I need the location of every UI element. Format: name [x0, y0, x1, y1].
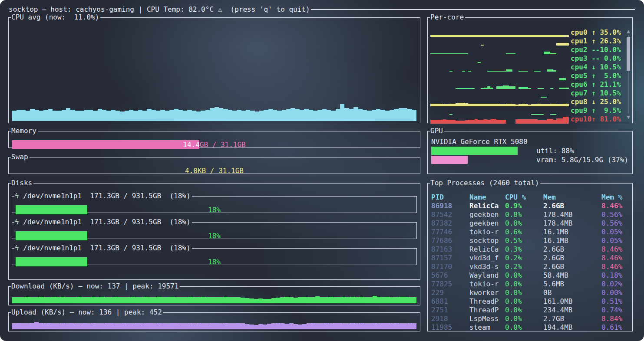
core-sparkline — [430, 115, 569, 124]
panel-download: Download (KB/s) — now: 137 | peak: 19571 — [8, 283, 420, 305]
process-mem: 58.4MB — [543, 271, 601, 280]
process-row[interactable]: 2918 LspMess 0.0% 2.7GB 8.84% — [431, 315, 630, 323]
process-mem-percent: 0.56% — [601, 210, 630, 219]
process-mem: 161.0MB — [543, 297, 601, 306]
process-mem: 194.4MB — [543, 323, 601, 332]
process-row[interactable]: 6881 ThreadP 0.0% 161.0MB 0.51% — [431, 297, 630, 306]
gpu-vram-gauge — [431, 156, 529, 164]
process-name: geekben — [469, 219, 505, 228]
disk-gauge: 18% — [16, 231, 413, 240]
memory-total: GB / 31.1GB — [200, 141, 246, 149]
process-cpu: 0.0% — [505, 289, 543, 297]
col-mem: Mem — [543, 193, 601, 202]
core-value: 0.0% — [600, 54, 621, 63]
col-name: Name — [469, 193, 505, 202]
process-table: PID Name CPU % Mem Mem % 86918 RelicCa 0… — [431, 193, 630, 332]
core-sparkline — [430, 89, 569, 98]
disks-title: Disks — [11, 180, 33, 186]
core-label: cpu6↑21.1% — [571, 80, 622, 89]
process-cpu: 0.6% — [505, 228, 543, 236]
disk-percent-label: 18% — [16, 205, 413, 214]
disk-title: /dev/nvme1n1p1 171.3GB / 931.5GB (18%) — [19, 192, 191, 200]
core-rows: cpu0↑35.0% cpu1↑26.3% cpu2--10.0% cpu3--… — [430, 28, 622, 120]
scroll-down-icon[interactable]: ▼ — [626, 114, 631, 120]
core-row: cpu3--0.0% — [430, 54, 622, 63]
core-sparkline — [430, 80, 569, 89]
flash-icon: ϟ — [15, 244, 19, 252]
core-row: cpu0↑35.0% — [430, 28, 622, 37]
process-mem: 5.6MB — [543, 280, 601, 289]
process-cpu: 0.8% — [505, 219, 543, 228]
process-pid: 87382 — [431, 219, 469, 228]
core-sparkline — [430, 72, 569, 80]
core-row: cpu9↑9.5% — [430, 106, 622, 115]
core-name: cpu0 — [571, 28, 591, 37]
scroll-track[interactable] — [628, 35, 629, 113]
process-mem: 16.1MB — [543, 236, 601, 245]
process-pid: 2751 — [431, 306, 469, 315]
process-table-header: PID Name CPU % Mem Mem % — [431, 193, 630, 202]
process-row[interactable]: 87157 vkd3d_f 0.2% 2.6GB 8.46% — [431, 254, 630, 262]
process-row[interactable]: 77825 tokio-r 0.0% 5.6MB 0.02% — [431, 280, 630, 289]
core-trend-icon: ↑ — [591, 28, 600, 37]
process-mem-percent: 0.18% — [601, 271, 630, 280]
process-cpu: 0.0% — [505, 323, 543, 332]
process-mem-percent: 0.56% — [601, 219, 630, 228]
process-pid: 87542 — [431, 210, 469, 219]
process-mem: 2.6GB — [543, 254, 601, 262]
panel-gpu: GPU NVIDIA GeForce RTX 5080 util: 88% vr… — [427, 128, 633, 174]
panel-processes: Top Processes (2460 total) PID Name CPU … — [427, 180, 633, 331]
process-cpu: 0.0% — [505, 315, 543, 323]
core-value: 9.5% — [600, 106, 621, 115]
upload-sparkline — [12, 322, 416, 329]
process-row[interactable]: 87163 RelicCa 0.3% 2.6GB 8.46% — [431, 245, 630, 254]
panel-per-core: Per-core cpu0↑35.0% cpu1↑26.3% cpu2--10.… — [427, 14, 633, 123]
core-sparkline — [430, 54, 569, 63]
core-trend-icon: ↑ — [591, 115, 600, 124]
panel-disks: Disks ϟ /dev/nvme1n1p1 171.3GB / 931.5GB… — [8, 180, 420, 280]
core-trend-icon: ↑ — [591, 80, 600, 89]
process-row[interactable]: 87382 geekben 0.8% 178.4MB 0.56% — [431, 219, 630, 228]
process-row[interactable]: 77746 tokio-r 0.6% 16.1MB 0.05% — [431, 228, 630, 236]
download-sparkline — [12, 296, 416, 303]
gpu-util-gauge — [431, 147, 529, 155]
col-memp: Mem % — [601, 193, 630, 202]
process-cpu: 0.0% — [505, 271, 543, 280]
swap-label: 4.0KB / 31.1GB — [12, 166, 416, 175]
process-row[interactable]: 87170 vkd3d-s 0.2% 2.6GB 8.46% — [431, 262, 630, 271]
core-trend-icon: ↑ — [591, 89, 600, 98]
core-name: cpu3 — [571, 54, 591, 63]
scroll-thumb[interactable] — [627, 37, 630, 71]
scroll-up-icon[interactable]: ▲ — [626, 28, 631, 34]
process-row[interactable]: 87542 geekben 0.8% 178.4MB 0.56% — [431, 210, 630, 219]
process-name: tokio-r — [469, 280, 505, 289]
process-mem: 2.6GB — [543, 262, 601, 271]
process-mem-percent: 0.51% — [601, 297, 630, 306]
process-name: socktop — [469, 236, 505, 245]
process-mem: 2.7GB — [543, 315, 601, 323]
core-trend-icon: -- — [591, 54, 600, 63]
disk-subpanel: ϟ /dev/nvme1n1p1 171.3GB / 931.5GB (18%)… — [12, 193, 417, 213]
process-row[interactable]: 11985 steam 0.0% 194.4MB 0.61% — [431, 323, 630, 332]
core-name: cpu10 — [571, 115, 591, 124]
disk-subpanel: ϟ /dev/nvme1n1p1 171.3GB / 931.5GB (18%)… — [12, 245, 417, 265]
core-sparkline — [430, 28, 569, 37]
process-name: vkd3d_f — [469, 254, 505, 262]
panel-memory: Memory 14.4GB / 31.1GB — [8, 128, 420, 148]
process-row[interactable]: 86918 RelicCa 0.9% 2.6GB 8.46% — [431, 202, 630, 210]
download-title: Download (KB/s) — now: 137 | peak: 19571 — [11, 283, 180, 289]
panel-upload: Upload (KB/s) — now: 136 | peak: 452 — [8, 309, 420, 331]
process-row[interactable]: 229 kworker 0.0% 0B 0.00% — [431, 289, 630, 297]
core-label: cpu1↑26.3% — [571, 37, 622, 46]
flash-icon: ϟ — [15, 218, 19, 226]
process-row[interactable]: 77686 socktop 0.5% 16.1MB 0.05% — [431, 236, 630, 245]
process-pid: 86918 — [431, 202, 469, 210]
core-row: cpu1↑26.3% — [430, 37, 622, 46]
core-trend-icon: ↑ — [591, 37, 600, 46]
process-row[interactable]: 5676 Wayland 0.0% 58.4MB 0.18% — [431, 271, 630, 280]
process-row[interactable]: 2751 ThreadP 0.0% 234.4MB 0.74% — [431, 306, 630, 315]
scrollbar[interactable]: ▲ ▼ — [626, 28, 631, 120]
col-cpu: CPU % — [505, 193, 543, 202]
core-value: 10.5% — [600, 89, 621, 98]
cpu-avg-title: CPU avg (now: 11.0%) — [11, 14, 100, 20]
